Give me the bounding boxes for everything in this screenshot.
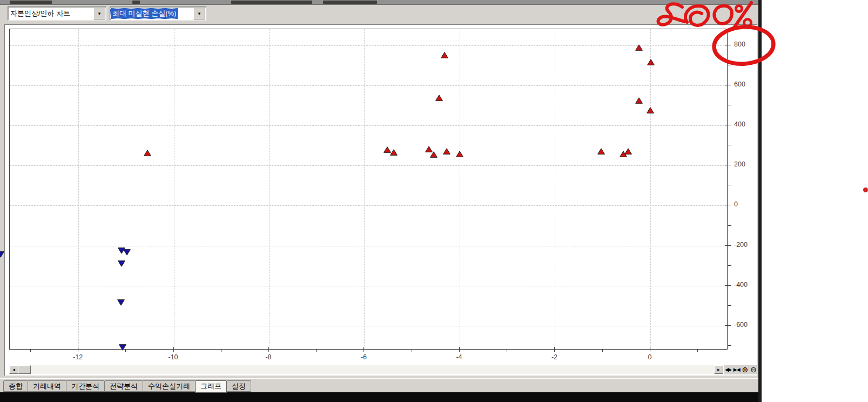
tab-item[interactable]: 종합	[3, 380, 28, 392]
chart-type-value: 자본인상/인하 차트	[8, 8, 72, 19]
tab-item[interactable]: 전략분석	[104, 380, 143, 392]
zoom-out-icon[interactable]: ⊖	[750, 366, 757, 373]
zoom-in-icon[interactable]: ⊕	[742, 366, 749, 373]
data-point-up	[647, 58, 655, 64]
metric-select[interactable]: 최대 미실현 손실(%) ▼	[110, 6, 206, 21]
tab-item[interactable]: 기간분석	[66, 380, 105, 392]
toolbar: 자본인상/인하 차트 ▼ 최대 미실현 손실(%) ▼	[0, 5, 762, 24]
y-axis-minor-tick	[728, 65, 731, 65]
x-axis-tick-label: -6	[350, 353, 377, 361]
scroll-right-icon[interactable]: ►	[714, 365, 723, 374]
x-axis-minor-tick	[697, 350, 698, 352]
tab-item[interactable]: 거래내역	[28, 380, 66, 392]
tab-item[interactable]: 그래프	[195, 380, 227, 393]
y-axis-minor-tick	[728, 185, 731, 185]
data-point-down	[0, 250, 4, 257]
collapse-horizontal-icon[interactable]: ▶◀	[734, 367, 740, 372]
x-axis-minor-tick	[602, 350, 603, 352]
y-axis-tick-label: 0	[734, 200, 738, 208]
y-axis-tick-label: 400	[734, 120, 745, 128]
y-axis-minor-tick	[728, 265, 731, 266]
data-point-up	[430, 150, 438, 157]
data-point-up	[635, 43, 643, 50]
data-point-up	[624, 147, 632, 153]
cutoff-titlebar	[0, 0, 762, 5]
x-axis-tick-label: -8	[255, 353, 282, 361]
y-axis-tick-label: -600	[734, 321, 748, 329]
x-axis-minor-tick	[221, 350, 221, 352]
x-axis-tick-label: -12	[64, 353, 91, 361]
chart-nav-toolbar: ◀▶ ▶◀ ⊕ ⊖	[724, 365, 757, 374]
y-axis-tick-label: -200	[734, 241, 748, 249]
data-point-up	[443, 147, 450, 153]
chevron-down-icon[interactable]: ▼	[193, 8, 205, 19]
y-axis-tick-label: 600	[734, 81, 745, 88]
y-axis-minor-tick	[728, 225, 731, 226]
chart-type-select[interactable]: 자본인상/인하 차트 ▼	[8, 6, 106, 21]
window-right-border	[758, 0, 762, 402]
tab-bar: 종합거래내역기간분석전략분석수익손실거래그래프설정	[0, 378, 762, 392]
tab-item[interactable]: 수익손실거래	[143, 380, 196, 392]
y-axis-minor-tick	[728, 105, 731, 105]
y-axis-tick-label: 200	[734, 160, 745, 168]
expand-horizontal-icon[interactable]: ◀▶	[725, 367, 731, 372]
tab-item[interactable]: 설정	[226, 380, 251, 392]
x-axis-tick-label: -10	[160, 353, 187, 361]
plot-area	[9, 29, 728, 350]
bottom-strip	[0, 392, 762, 402]
app-window: 자본인상/인하 차트 ▼ 최대 미실현 손실(%) ▼ -12-10-8-6-4…	[0, 0, 762, 402]
x-axis-minor-tick	[507, 350, 507, 352]
data-point-up	[635, 96, 643, 103]
y-axis-minor-tick	[728, 345, 731, 346]
data-point-up	[456, 150, 463, 156]
data-point-up	[144, 149, 151, 155]
x-axis-minor-tick	[316, 350, 317, 352]
y-axis-minor-tick	[728, 305, 731, 306]
x-axis-tick-label: -2	[541, 353, 568, 361]
cutoff-title-text	[10, 1, 52, 4]
x-axis-minor-tick	[412, 350, 412, 352]
y-axis-tick-label: 800	[734, 41, 745, 48]
red-dot-mark	[863, 187, 868, 192]
scroll-left-icon[interactable]: ◄	[9, 365, 18, 374]
metric-value: 최대 미실현 손실(%)	[110, 8, 178, 19]
data-point-down	[117, 298, 125, 305]
x-axis-tick-label: -4	[446, 353, 473, 361]
screenshot-root: 자본인상/인하 차트 ▼ 최대 미실현 손실(%) ▼ -12-10-8-6-4…	[0, 0, 868, 402]
data-point-up	[441, 51, 448, 57]
scrollbar-thumb[interactable]	[18, 365, 31, 374]
data-point-up	[597, 147, 605, 153]
x-axis-tick-label: 0	[636, 353, 663, 361]
data-point-up	[435, 93, 443, 100]
data-point-down	[119, 343, 126, 350]
chart-panel: -12-10-8-6-4-208006004002000-200-400-600…	[4, 24, 757, 376]
data-point-down	[118, 259, 125, 266]
points-layer	[10, 29, 727, 349]
cutoff-title-text	[323, 1, 377, 4]
data-point-down	[123, 248, 131, 254]
data-point-up	[390, 148, 398, 155]
chevron-down-icon[interactable]: ▼	[93, 8, 105, 19]
cutoff-title-text	[132, 1, 140, 4]
horizontal-scrollbar[interactable]: ◄ ►	[9, 365, 723, 374]
x-axis-minor-tick	[30, 350, 31, 352]
data-point-up	[647, 106, 654, 112]
y-axis-tick-label: -400	[734, 281, 748, 289]
cutoff-title-text	[231, 1, 312, 4]
y-axis-minor-tick	[728, 145, 731, 145]
